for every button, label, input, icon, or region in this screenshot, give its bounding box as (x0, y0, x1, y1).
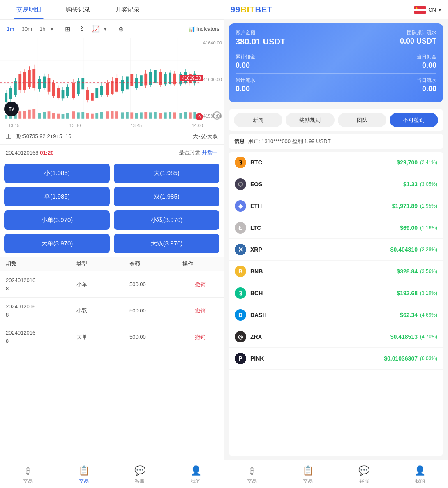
bet-big-even[interactable]: 大双(3.970) (114, 234, 219, 253)
zrx-icon: ◎ (235, 331, 246, 342)
crypto-item-bnb[interactable]: B BNB $328.84 (3.56%) (229, 261, 443, 282)
language-selector[interactable]: CN ▾ (414, 6, 441, 14)
time-1m[interactable]: 1m (4, 25, 17, 33)
chart-type-icon-3[interactable]: 📈 (90, 23, 102, 35)
china-flag-icon (414, 6, 426, 14)
svg-rect-99 (57, 114, 60, 119)
svg-rect-115 (135, 113, 138, 119)
target-icon[interactable] (213, 111, 221, 120)
svg-rect-109 (106, 111, 109, 119)
crypto-item-btc[interactable]: ₿ BTC $29,700 (2.41%) (229, 152, 443, 173)
svg-rect-122 (169, 112, 171, 119)
svg-rect-106 (91, 114, 94, 119)
crypto-item-bch[interactable]: ₿ BCH $192.68 (3.19%) (229, 282, 443, 304)
cancel-btn-3[interactable]: 撤销 (182, 333, 218, 341)
bet-odd[interactable]: 单(1.985) (4, 187, 110, 206)
right-bitcoin-icon: ₿ (250, 465, 254, 476)
indicators-button[interactable]: 📊 Indicators (188, 26, 219, 32)
bet-buttons-grid: 小(1.985) 大(1.985) 单(1.985) 双(1.985) 小单(3… (0, 160, 224, 257)
action-buttons-row: 新闻 奖励规则 团队 不可签到 (229, 109, 443, 131)
crypto-item-xrp[interactable]: ✕ XRP $0.404810 (2.28%) (229, 239, 443, 261)
checkin-button[interactable]: 不可签到 (390, 113, 438, 127)
svg-rect-96 (43, 112, 46, 119)
bet-even[interactable]: 双(1.985) (114, 187, 219, 206)
bet-small[interactable]: 小(1.985) (4, 164, 110, 183)
nav-bitcoin[interactable]: ₿ 交易 (0, 464, 56, 486)
svg-rect-102 (72, 111, 75, 119)
crypto-item-ltc[interactable]: Ł LTC $69.00 (1.16%) (229, 217, 443, 239)
crypto-item-zrx[interactable]: ◎ ZRX $0.418513 (4.70%) (229, 326, 443, 348)
bitcoin-icon: ₿ (26, 465, 30, 476)
svg-rect-107 (95, 113, 98, 119)
user-icon: 👤 (190, 465, 201, 476)
ltc-icon: Ł (235, 222, 246, 234)
svg-rect-121 (164, 112, 167, 118)
svg-rect-112 (121, 112, 124, 118)
left-panel: 交易明细 购买记录 开奖记录 1m 30m 1h ▾ ⊞ 🕯 📈 ▾ ⊕ 📊 I… (0, 0, 224, 488)
tabs-row: 交易明细 购买记录 开奖记录 (0, 0, 224, 20)
chart-type-icon-1[interactable]: ⊞ (62, 23, 74, 35)
chart-more-dropdown[interactable]: ▾ (104, 26, 107, 32)
time-30m[interactable]: 30m (19, 25, 35, 33)
chart-x-labels: 13:15 13:30 13:45 14:00 (8, 123, 203, 128)
svg-rect-124 (179, 113, 182, 119)
svg-rect-94 (32, 109, 35, 119)
divider (58, 25, 58, 33)
tab-lottery-record[interactable]: 开奖记录 (103, 0, 152, 19)
right-nav-bitcoin[interactable]: ₿ 交易 (224, 464, 280, 486)
tradingview-logo: TV (4, 102, 19, 116)
market-status: 是否封盘:开盘中 (179, 149, 218, 156)
nav-profile[interactable]: 👤 我的 (168, 464, 224, 486)
time-dropdown[interactable]: ▾ (51, 26, 53, 32)
xrp-icon: ✕ (235, 244, 246, 255)
svg-rect-126 (189, 112, 192, 118)
right-nav-service[interactable]: 💬 客服 (336, 464, 392, 486)
add-icon[interactable]: ⊕ (115, 23, 127, 35)
nav-trading[interactable]: 📋 交易 (56, 464, 112, 486)
cancel-btn-1[interactable]: 撤销 (182, 281, 218, 288)
bet-big-odd[interactable]: 大单(3.970) (4, 234, 110, 253)
time-1h[interactable]: 1h (37, 25, 48, 33)
crypto-item-eth[interactable]: ◆ ETH $1,971.89 (1.95%) (229, 195, 443, 217)
right-bottom-nav: ₿ 交易 📋 交易 💬 客服 👤 我的 (224, 460, 448, 488)
news-button[interactable]: 新闻 (234, 113, 282, 127)
tab-trading-detail[interactable]: 交易明细 (4, 0, 53, 19)
svg-rect-100 (62, 114, 65, 119)
rewards-button[interactable]: 奖励规则 (286, 113, 334, 127)
bet-small-even[interactable]: 小双(3.970) (114, 210, 219, 230)
svg-rect-105 (86, 113, 89, 119)
svg-rect-103 (77, 112, 80, 118)
crypto-item-eos[interactable]: ⬡ EOS $1.33 (3.05%) (229, 173, 443, 195)
svg-rect-98 (52, 113, 55, 119)
bet-small-odd[interactable]: 小单(3.970) (4, 210, 110, 230)
crypto-item-pink[interactable]: P PINK $0.01036307 (6.03%) (229, 348, 443, 370)
svg-rect-92 (23, 111, 26, 119)
eth-icon: ◆ (235, 200, 246, 212)
countdown-row: 20240120168:01:20 是否封盘:开盘中 (0, 145, 224, 160)
bet-big[interactable]: 大(1.985) (114, 164, 219, 183)
svg-rect-104 (81, 112, 84, 119)
crypto-item-dash[interactable]: D DASH $62.34 (4.69%) (229, 304, 443, 326)
brand-logo: 99BITBET (231, 5, 272, 14)
cancel-btn-2[interactable]: 撤销 (182, 307, 218, 315)
svg-rect-116 (140, 112, 143, 118)
table-row: 20240120168 大单 500.00 撤销 (0, 324, 224, 350)
chart-type-icon-2[interactable]: 🕯 (76, 23, 88, 35)
btc-icon: ₿ (235, 157, 246, 168)
order-id: 20240120168:01:20 (6, 150, 53, 156)
right-list-icon: 📋 (303, 465, 314, 476)
divider2 (111, 25, 111, 33)
right-nav-trading[interactable]: 📋 交易 (280, 464, 336, 486)
svg-rect-120 (159, 113, 162, 119)
team-button[interactable]: 团队 (338, 113, 386, 127)
period-info: 上一期:50735.92 2+9+5=16 大-双-大双 (0, 129, 224, 145)
right-chat-icon: 💬 (358, 465, 369, 476)
right-nav-profile[interactable]: 👤 我的 (392, 464, 448, 486)
crypto-list: ₿ BTC $29,700 (2.41%) ⬡ EOS $1.33 (3.05%… (229, 152, 443, 456)
bnb-icon: B (235, 266, 246, 277)
chart-area: 41640.00 41600.00 41580.00 41619.38 13:1… (0, 38, 224, 129)
nav-customer-service[interactable]: 💬 客服 (112, 464, 168, 486)
svg-rect-119 (154, 112, 157, 119)
current-price-badge: 41619.38 (180, 75, 203, 81)
tab-purchase-record[interactable]: 购买记录 (53, 0, 103, 19)
